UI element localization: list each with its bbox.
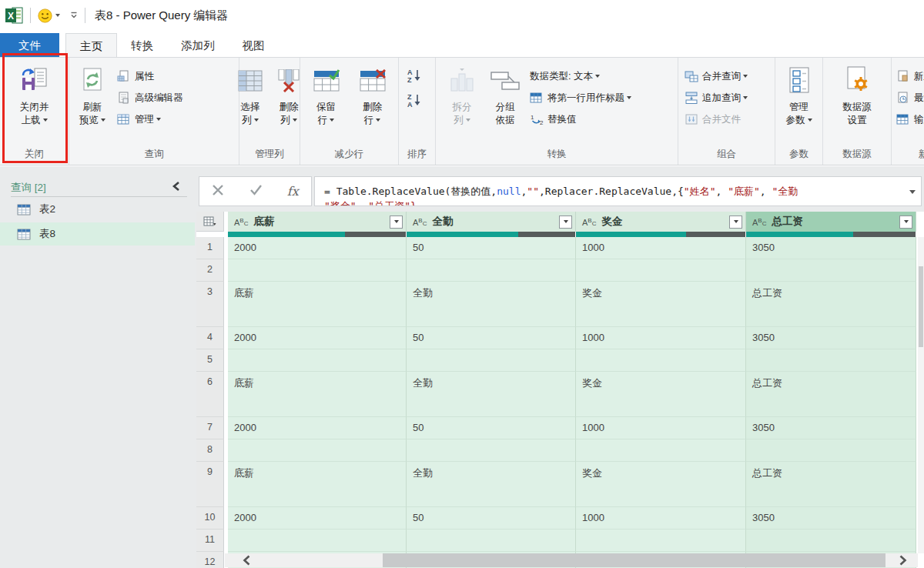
new-source-button[interactable]: 新建源 xyxy=(896,68,924,85)
sort-ascending-button[interactable]: A Z xyxy=(407,67,424,84)
choose-columns-button[interactable]: 选择 列 xyxy=(234,65,266,127)
column-filter-button[interactable] xyxy=(559,216,572,229)
table-cell[interactable] xyxy=(576,259,746,282)
table-cell[interactable]: 2000 xyxy=(228,237,407,259)
group-by-button[interactable]: 分组 依据 xyxy=(487,65,524,127)
row-number[interactable]: 9 xyxy=(196,462,224,507)
table-cell[interactable] xyxy=(576,349,746,372)
table-cell[interactable] xyxy=(576,439,746,462)
table-cell[interactable]: 奖金 xyxy=(576,372,746,417)
first-row-as-header-button[interactable]: 将第一行用作标题 xyxy=(530,89,631,106)
close-and-load-button[interactable]: 关闭并 上载 xyxy=(18,65,51,127)
table-cell[interactable] xyxy=(746,349,916,372)
table-cell[interactable]: 3050 xyxy=(746,417,916,439)
merge-queries-button[interactable]: 合并查询 xyxy=(685,68,748,85)
table-cell[interactable]: 底薪 xyxy=(228,282,407,327)
table-cell[interactable] xyxy=(228,349,407,372)
table-cell[interactable]: 全勤 xyxy=(407,372,576,417)
horizontal-scrollbar-thumb[interactable] xyxy=(383,553,886,567)
table-cell[interactable] xyxy=(228,530,407,552)
combine-files-button[interactable]: 合并文件 xyxy=(685,111,741,128)
row-number[interactable]: 7 xyxy=(196,417,224,439)
tab-file[interactable]: 文件 xyxy=(0,33,59,57)
table-cell[interactable] xyxy=(746,530,916,552)
column-header-3[interactable]: ABC奖金 xyxy=(576,212,746,237)
sidebar-collapse-icon[interactable] xyxy=(171,181,181,195)
scroll-left-icon[interactable] xyxy=(240,554,253,566)
table-cell[interactable]: 全勤 xyxy=(407,462,576,507)
vertical-scrollbar[interactable] xyxy=(918,237,924,553)
query-item-table2[interactable]: 表2 xyxy=(0,198,195,221)
table-cell[interactable] xyxy=(228,259,407,282)
formula-cancel-icon[interactable] xyxy=(212,184,224,199)
advanced-editor-button[interactable]: 高级编辑器 xyxy=(117,89,183,106)
refresh-preview-button[interactable]: 刷新 预览 xyxy=(74,65,111,127)
column-header-2[interactable]: ABC全勤 xyxy=(407,212,576,237)
table-cell[interactable]: 总工资 xyxy=(746,462,916,507)
table-cell[interactable]: 1000 xyxy=(576,327,746,349)
table-cell[interactable]: 底薪 xyxy=(228,462,407,507)
table-cell[interactable]: 底薪 xyxy=(228,372,407,417)
data-source-settings-button[interactable]: 数据源 设置 xyxy=(841,65,873,127)
table-cell[interactable]: 50 xyxy=(407,327,576,349)
table-cell[interactable]: 1000 xyxy=(576,507,746,530)
table-cell[interactable]: 总工资 xyxy=(746,282,916,327)
table-cell[interactable]: 2000 xyxy=(228,507,407,530)
table-cell[interactable]: 3050 xyxy=(746,327,916,349)
table-cell[interactable]: 50 xyxy=(407,417,576,439)
column-header-4[interactable]: ABC总工资 xyxy=(746,212,916,237)
table-cell[interactable] xyxy=(746,439,916,462)
table-cell[interactable] xyxy=(407,439,576,462)
table-cell[interactable]: 3050 xyxy=(746,507,916,530)
column-filter-button[interactable] xyxy=(390,216,403,229)
tab-view[interactable]: 视图 xyxy=(229,33,279,57)
formula-input[interactable]: = Table.ReplaceValue(替换的值,null,"",Replac… xyxy=(314,176,922,206)
split-column-button[interactable]: 拆分 列 xyxy=(445,65,479,127)
recent-sources-button[interactable]: 最近使用的源 xyxy=(896,89,924,106)
tab-transform[interactable]: 转换 xyxy=(117,33,167,57)
query-item-table8[interactable]: 表8 xyxy=(0,222,195,246)
row-number[interactable]: 12 xyxy=(196,552,224,568)
table-cell[interactable]: 全勤 xyxy=(407,282,576,327)
manage-button[interactable]: 管理 xyxy=(117,111,161,128)
table-cell[interactable]: 2000 xyxy=(228,417,407,439)
scroll-right-icon[interactable] xyxy=(896,554,909,566)
table-cell[interactable]: 总工资 xyxy=(746,372,916,417)
tab-add-column[interactable]: 添加列 xyxy=(167,33,229,57)
table-cell[interactable] xyxy=(228,439,407,462)
table-cell[interactable] xyxy=(407,259,576,282)
enter-data-button[interactable]: 输入数据 xyxy=(896,111,924,128)
table-cell[interactable]: 1000 xyxy=(576,417,746,439)
formula-expand-caret-icon[interactable] xyxy=(909,190,916,194)
table-cell[interactable] xyxy=(407,349,576,372)
table-cell[interactable]: 3050 xyxy=(746,237,916,259)
row-number[interactable]: 1 xyxy=(196,237,224,259)
formula-accept-icon[interactable] xyxy=(249,184,263,199)
sort-descending-button[interactable]: Z A xyxy=(407,92,424,109)
row-number[interactable]: 3 xyxy=(196,282,224,327)
replace-values-button[interactable]: 1 2 替换值 xyxy=(530,111,577,128)
keep-rows-button[interactable]: 保留 行 xyxy=(310,65,343,127)
remove-rows-button[interactable]: 删除 行 xyxy=(357,65,389,127)
column-filter-button[interactable] xyxy=(729,216,742,229)
table-cell[interactable]: 2000 xyxy=(228,327,407,349)
row-number[interactable]: 5 xyxy=(196,349,224,372)
column-header-1[interactable]: ABC底薪 xyxy=(228,212,407,237)
row-number[interactable]: 8 xyxy=(196,439,224,462)
row-number[interactable]: 10 xyxy=(196,507,224,530)
row-number[interactable]: 4 xyxy=(196,327,224,349)
smiley-dropdown-caret-icon[interactable] xyxy=(55,14,60,17)
table-cell[interactable] xyxy=(407,530,576,552)
table-cell[interactable] xyxy=(746,259,916,282)
grid-corner-cell[interactable] xyxy=(196,212,224,232)
fx-icon[interactable]: fx xyxy=(287,184,299,199)
data-type-button[interactable]: 数据类型: 文本 xyxy=(530,68,600,85)
append-queries-button[interactable]: 追加查询 xyxy=(685,89,748,106)
manage-parameters-button[interactable]: 管理 参数 xyxy=(783,65,815,127)
properties-button[interactable]: 属性 xyxy=(117,68,154,85)
vertical-scrollbar-thumb[interactable] xyxy=(919,266,923,347)
smiley-feedback-icon[interactable] xyxy=(37,8,60,24)
column-filter-button[interactable] xyxy=(899,216,912,229)
row-number[interactable]: 11 xyxy=(196,530,224,552)
horizontal-scrollbar[interactable] xyxy=(225,553,918,567)
